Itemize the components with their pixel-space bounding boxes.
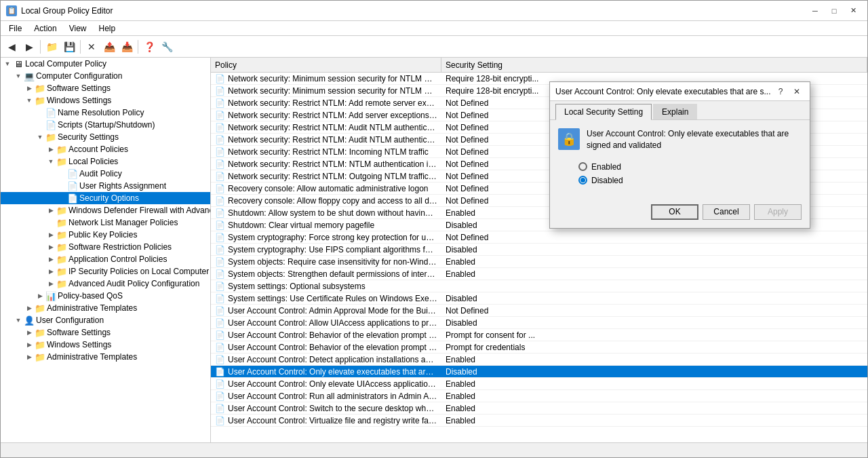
tree-item-scripts[interactable]: 📄 Scripts (Startup/Shutdown) [1, 119, 210, 131]
list-row[interactable]: 📄User Account Control: Detect applicatio… [211, 354, 867, 366]
tree-item-qos[interactable]: ▶ 📊 Policy-based QoS [1, 290, 210, 302]
minimize-button[interactable]: ─ [806, 4, 824, 18]
setting-cell: Enabled [441, 354, 867, 365]
radio-disabled[interactable] [578, 176, 587, 185]
list-row[interactable]: 📄User Account Control: Allow UIAccess ap… [211, 317, 867, 329]
policy-row-icon: 📄 [215, 196, 225, 206]
policy-cell: 📄User Account Control: Virtualize file a… [211, 415, 441, 426]
tree-item-name-res[interactable]: 📄 Name Resolution Policy [1, 107, 210, 119]
save-button[interactable]: 💾 [61, 39, 77, 55]
dialog-title: User Account Control: Only elevate execu… [555, 87, 773, 96]
tree-item-sec-options[interactable]: 📄 Security Options [1, 192, 210, 204]
policy-cell: 📄User Account Control: Behavior of the e… [211, 329, 441, 341]
tree-expander: ▶ [24, 327, 35, 338]
folder-icon: 📁 [45, 132, 56, 142]
tree-item-local-policies[interactable]: ▼ 📁 Local Policies [1, 155, 210, 168]
tree-item-sw-restrict[interactable]: ▶ 📁 Software Restriction Policies [1, 241, 210, 253]
ok-button[interactable]: OK [651, 204, 698, 220]
policy-cell: 📄Recovery console: Allow floppy copy and… [211, 195, 441, 206]
open-button[interactable]: 📁 [43, 39, 60, 55]
menu-file[interactable]: File [3, 22, 27, 35]
dialog-help-button[interactable]: ? [773, 85, 788, 98]
cancel-button[interactable]: Cancel [703, 204, 750, 220]
dialog-close-button[interactable]: ✕ [789, 85, 804, 98]
tree-item-app-ctrl[interactable]: ▶ 📁 Application Control Policies [1, 253, 210, 265]
status-bar [1, 442, 867, 457]
list-row[interactable]: 📄User Account Control: Behavior of the e… [211, 329, 867, 341]
policy-cell: 📄User Account Control: Only elevate exec… [211, 366, 441, 377]
tree-item-firewall[interactable]: ▶ 📁 Windows Defender Firewall with Advan… [1, 204, 210, 216]
tree-item-root[interactable]: ▼ 🖥 Local Computer Policy [1, 58, 210, 70]
tree-item-pub-key[interactable]: ▶ 📁 Public Key Policies [1, 229, 210, 241]
policy-col-label: Policy [215, 60, 237, 70]
tree-item-admin-templates-u[interactable]: ▶ 📁 Administrative Templates [1, 351, 210, 363]
list-row[interactable]: 📄System objects: Strengthen default perm… [211, 268, 867, 280]
list-row[interactable]: 📄User Account Control: Only elevate exec… [211, 366, 867, 378]
policy-row-icon: 📄 [215, 172, 225, 181]
radio-disabled-label[interactable]: Disabled [578, 176, 802, 185]
policy-cell: 📄Network security: Restrict NTLM: Audit … [211, 134, 441, 145]
tree-expander: ▼ [45, 156, 56, 167]
menu-view[interactable]: View [64, 22, 92, 35]
policy-cell: 📄System cryptography: Force strong key p… [211, 231, 441, 243]
back-button[interactable]: ◀ [3, 39, 20, 55]
policy-cell: 📄Network security: Restrict NTLM: Add re… [211, 97, 441, 109]
setting-column-header[interactable]: Security Setting [441, 58, 867, 72]
tree-item-net-list[interactable]: 📁 Network List Manager Policies [1, 216, 210, 229]
help-button[interactable]: ❓ [141, 39, 157, 55]
tree-item-comp-config[interactable]: ▼ 💻 Computer Configuration [1, 70, 210, 82]
list-row[interactable]: 📄System cryptography: Force strong key p… [211, 231, 867, 244]
maximize-button[interactable]: □ [825, 4, 843, 18]
tree-label: Network List Manager Policies [68, 218, 178, 227]
policy-cell: 📄Recovery console: Allow automatic admin… [211, 183, 441, 194]
delete-button[interactable]: ✕ [83, 39, 100, 55]
tree-item-user-rights[interactable]: 📄 User Rights Assignment [1, 180, 210, 192]
radio-enabled[interactable] [578, 162, 587, 171]
settings-button[interactable]: 🔧 [159, 39, 175, 55]
menu-action[interactable]: Action [28, 22, 62, 35]
close-button[interactable]: ✕ [844, 4, 862, 18]
apply-button[interactable]: Apply [754, 204, 802, 220]
tree-label: Account Policies [68, 145, 128, 154]
tree-item-acct-policies[interactable]: ▶ 📁 Account Policies [1, 143, 210, 155]
list-row[interactable]: 📄User Account Control: Admin Approval Mo… [211, 305, 867, 317]
forward-button[interactable]: ▶ [21, 39, 37, 55]
folder-icon: 📁 [56, 278, 67, 289]
policy-column-header[interactable]: Policy [211, 58, 441, 72]
list-row[interactable]: 📄System objects: Require case insensitiv… [211, 256, 867, 268]
import-button[interactable]: 📥 [119, 39, 135, 55]
tree-item-admin-templates[interactable]: ▶ 📁 Administrative Templates [1, 302, 210, 314]
policy-row-icon: 📄 [215, 123, 225, 132]
tree-item-win-settings-u[interactable]: ▶ 📁 Windows Settings [1, 339, 210, 351]
policy-name: Network security: Restrict NTLM: Audit N… [228, 135, 437, 145]
list-row[interactable]: 📄User Account Control: Only elevate UIAc… [211, 378, 867, 390]
export-button[interactable]: 📤 [101, 39, 117, 55]
tab-local-security-setting[interactable]: Local Security Setting [555, 104, 652, 120]
list-row[interactable]: 📄User Account Control: Virtualize file a… [211, 415, 867, 427]
list-row[interactable]: 📄User Account Control: Switch to the sec… [211, 402, 867, 415]
setting-cell: Disabled [441, 244, 867, 255]
list-row[interactable]: 📄System cryptography: Use FIPS compliant… [211, 244, 867, 256]
policy-name: Network security: Restrict NTLM: Add ser… [228, 111, 437, 120]
tree-item-user-config[interactable]: ▼ 👤 User Configuration [1, 314, 210, 326]
tree-item-win-settings[interactable]: ▼ 📁 Windows Settings [1, 94, 210, 107]
tree-label: Software Settings [47, 328, 111, 337]
list-row[interactable]: 📄User Account Control: Behavior of the e… [211, 341, 867, 354]
list-row[interactable]: 📄System settings: Use Certificate Rules … [211, 292, 867, 305]
properties-dialog[interactable]: User Account Control: Only elevate execu… [549, 81, 810, 229]
tree-item-sw-settings-u[interactable]: ▶ 📁 Software Settings [1, 326, 210, 339]
tree-item-adv-audit[interactable]: ▶ 📁 Advanced Audit Policy Configuration [1, 278, 210, 290]
radio-enabled-label[interactable]: Enabled [578, 162, 802, 172]
policy-name: Network security: Restrict NTLM: Add rem… [228, 98, 437, 108]
menu-help[interactable]: Help [94, 22, 121, 35]
folder-icon: 📁 [35, 339, 45, 350]
policy-row-icon: 📄 [215, 392, 225, 401]
tree-item-ip-sec[interactable]: ▶ 📁 IP Security Policies on Local Comput… [1, 265, 210, 278]
list-row[interactable]: 📄System settings: Optional subsystems [211, 280, 867, 292]
list-row[interactable]: 📄User Account Control: Run all administr… [211, 390, 867, 402]
tree-item-sec-settings[interactable]: ▼ 📁 Security Settings [1, 131, 210, 143]
tab-explain[interactable]: Explain [653, 104, 697, 119]
tree-item-sw-settings[interactable]: ▶ 📁 Software Settings [1, 82, 210, 94]
tab-explain-label: Explain [662, 107, 688, 117]
tree-item-audit-policy[interactable]: 📄 Audit Policy [1, 168, 210, 180]
